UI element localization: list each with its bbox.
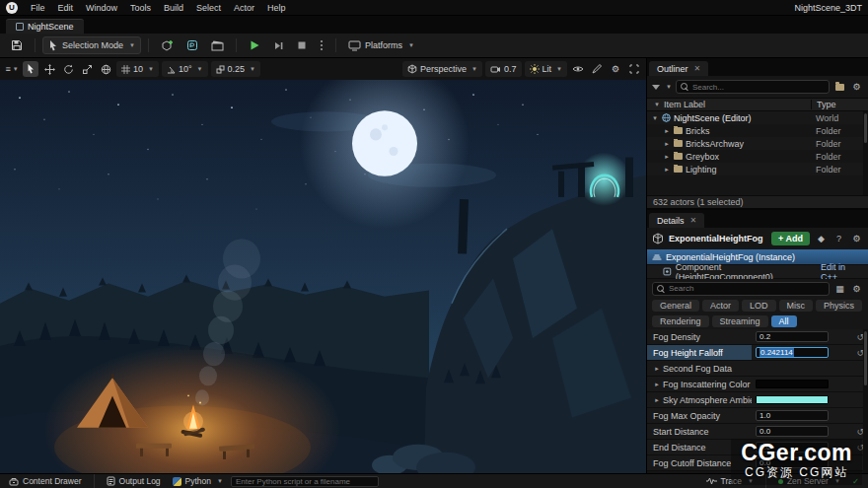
menu-edit[interactable]: Edit [52,2,80,14]
blueprint-convert-icon[interactable]: ◆ [815,233,828,245]
tab-nightscene[interactable]: NightScene [6,19,84,34]
blueprints-button[interactable] [181,36,203,54]
outliner-tab-label: Outliner [657,64,688,74]
output-log-button[interactable]: Output Log [103,475,165,488]
tab-rendering[interactable]: Rendering [652,315,709,327]
viewport-options-icon[interactable]: ≡▼ [4,61,20,77]
tab-streaming[interactable]: Streaming [712,315,768,327]
play-button[interactable] [244,36,265,54]
tab-outliner[interactable]: Outliner ✕ [649,61,708,76]
add-actor-button[interactable] [156,36,179,54]
expander-icon[interactable]: ▸ [663,127,671,135]
close-icon[interactable]: ✕ [690,216,697,225]
outliner-search-input[interactable] [692,83,825,92]
mode-selector-dropdown[interactable]: Selection Mode ▼ [42,36,141,54]
expander-icon[interactable]: ▾ [651,114,659,122]
tab-lod[interactable]: LOD [742,300,776,312]
sky-ambient-color-swatch[interactable] [756,395,829,404]
content-drawer-button[interactable]: Content Drawer [5,475,86,488]
camera-speed-control[interactable]: 0.7 [485,61,522,77]
close-icon[interactable]: ✕ [694,64,701,73]
menu-tools[interactable]: Tools [124,2,157,14]
camera-speed-value: 0.7 [504,64,517,74]
details-scrollbar[interactable] [863,329,868,473]
outliner-row-world[interactable]: ▾ NightScene (Editor) World [647,111,868,124]
expander-icon[interactable]: ▸ [653,365,661,373]
tab-details[interactable]: Details ✕ [649,213,704,228]
save-button[interactable] [6,36,28,54]
new-folder-icon[interactable] [833,81,846,94]
menu-file[interactable]: File [25,2,51,14]
move-tool[interactable] [41,61,57,77]
fog-density-input[interactable]: 0.2 [756,331,829,342]
frame-skip-button[interactable] [268,36,289,54]
start-distance-input[interactable]: 0.0 [756,426,829,437]
menu-actor[interactable]: Actor [228,2,260,14]
outliner-search[interactable] [676,80,830,94]
cinematics-button[interactable] [206,36,229,54]
outliner-row-folder[interactable]: ▸ Greybox Folder [647,150,868,163]
expander-icon[interactable]: ▸ [663,153,671,161]
outliner-row-folder[interactable]: ▸ Lighting Folder [647,163,868,175]
fog-color-swatch[interactable] [756,380,829,388]
python-command-input[interactable] [231,476,379,487]
column-item-label[interactable]: ▾ Item Label [647,100,811,109]
tab-all[interactable]: All [771,315,797,327]
viewport-edit-icon[interactable] [589,61,605,77]
select-tool[interactable] [23,61,38,77]
tab-misc[interactable]: Misc [779,300,814,312]
outliner-settings-icon[interactable]: ⚙ [850,81,863,94]
platforms-icon [348,40,361,51]
details-search[interactable] [652,282,830,296]
outliner-header: ▾ Item Label Type [647,98,868,111]
details-view-options-icon[interactable]: ⚙ [850,282,863,295]
menu-help[interactable]: Help [261,2,292,14]
details-search-input[interactable] [669,284,825,293]
expander-icon[interactable]: ▸ [653,381,661,388]
tab-physics[interactable]: Physics [816,300,862,312]
expander-icon[interactable]: ▸ [663,166,671,174]
level-viewport[interactable]: ≡▼ 10 ▼ [0,58,646,473]
component-row[interactable]: Component (HeightFogComponent0) Edit in … [647,264,868,279]
tab-general[interactable]: General [652,300,699,312]
python-console-dropdown[interactable]: Python ▼ [169,475,227,488]
grid-snap-dropdown[interactable]: 10 ▼ [116,61,159,77]
menu-select[interactable]: Select [190,2,227,14]
fog-height-falloff-input[interactable]: 0.242114 [756,347,829,358]
scale-snap-dropdown[interactable]: 0.25 ▼ [211,61,260,77]
expander-icon[interactable]: ▸ [663,140,671,148]
viewport-scene[interactable] [0,80,646,473]
perspective-dropdown[interactable]: Perspective ▼ [402,61,482,77]
level-tab-label: NightScene [28,22,74,32]
view-mode-dropdown[interactable]: Lit ▼ [525,61,567,77]
property-matrix-icon[interactable]: ▦ [833,282,846,295]
details-settings-icon[interactable]: ⚙ [850,233,863,245]
tab-actor[interactable]: Actor [702,300,739,312]
fog-max-opacity-input[interactable]: 1.0 [756,410,829,421]
expander-icon[interactable]: ▸ [653,396,661,404]
rotation-snap-dropdown[interactable]: 10° ▼ [162,61,208,77]
menu-window[interactable]: Window [80,2,123,14]
play-options-button[interactable] [315,36,328,54]
scale-tool[interactable] [79,61,95,77]
stop-button[interactable] [292,36,312,54]
chevron-down-icon: ▼ [408,42,414,48]
grid-snap-icon [121,65,130,74]
rotate-tool[interactable] [60,61,76,77]
add-component-button[interactable]: + Add [771,232,810,245]
property-label: End Distance [653,443,706,453]
maximize-viewport-icon[interactable] [626,61,642,77]
platforms-dropdown[interactable]: Platforms ▼ [343,36,419,54]
viewport-settings-icon[interactable]: ⚙ [608,61,623,77]
unreal-logo-icon[interactable]: U [6,2,18,14]
chevron-down-icon: ▼ [129,42,135,48]
help-icon[interactable]: ? [832,233,845,245]
outliner-scrollbar[interactable] [863,111,868,195]
outliner-row-folder[interactable]: ▸ Bricks Folder [647,124,868,137]
world-coordinate-toggle[interactable] [98,61,113,77]
show-flags-dropdown[interactable] [570,61,586,77]
column-type[interactable]: Type [811,100,868,109]
filter-icon[interactable] [652,85,660,90]
menu-build[interactable]: Build [158,2,189,14]
outliner-row-folder[interactable]: ▸ BricksArchway Folder [647,137,868,150]
